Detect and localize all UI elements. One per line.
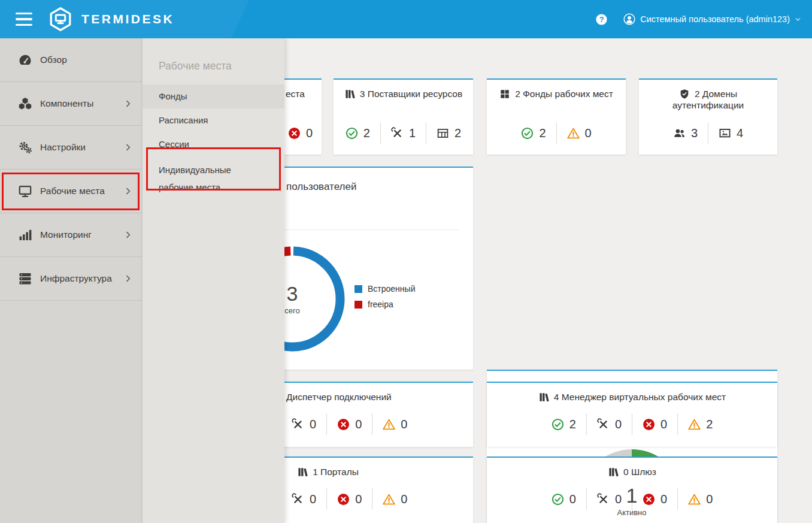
users-icon [673, 127, 686, 140]
card-title: 0 Шлюз [608, 466, 656, 477]
stat-ok: 2 [511, 122, 556, 144]
card-title-fragment: Диспетчер подключений [286, 391, 392, 403]
error-icon [337, 493, 350, 506]
user-menu[interactable]: Системный пользователь (admin123) [623, 13, 801, 25]
settings-icon [18, 140, 32, 155]
warning-icon [688, 493, 701, 506]
error-icon [337, 418, 350, 431]
stat-value: 0 [660, 492, 667, 506]
table-icon [437, 127, 449, 140]
server-icon [18, 271, 32, 286]
stack-icon [608, 467, 619, 477]
warning-icon [688, 418, 701, 431]
brand-mark-icon [48, 7, 73, 32]
stat-maintenance: 0 [288, 413, 326, 435]
sidebar-item-label: Инфраструктура [40, 273, 112, 284]
chart-title-fragment: пользователей [286, 181, 356, 193]
tools-icon [391, 127, 404, 140]
user-icon [623, 13, 635, 25]
sidebar-item-infrastructure[interactable]: Инфраструктура [0, 257, 142, 301]
stat-ok: 2 [335, 122, 380, 144]
card-title-text: 0 Шлюз [623, 467, 656, 477]
stat-card-pools: 2 Фонды рабочих мест 2 0 [487, 78, 626, 155]
tools-icon [292, 493, 304, 506]
legend-label: Встроенный [368, 284, 415, 294]
monitor-icon [18, 184, 32, 198]
app-window: TERMIDESK Системный пользователь (admin1… [0, 0, 812, 523]
stat-maintenance: 1 [380, 122, 426, 144]
donut-value: 1 [617, 485, 646, 507]
donut-label: Активно [617, 508, 646, 517]
submenu-item-pools[interactable]: Фонды [143, 84, 284, 108]
card-title: 4 Менеджер виртуальных рабочих мест [538, 391, 726, 403]
submenu-item-individual-workplaces[interactable]: Индивидуальные рабочие места [143, 156, 284, 203]
stat-value: 1 [409, 126, 416, 140]
brand-logo[interactable]: TERMIDESK [48, 7, 174, 32]
legend-label: freeipa [368, 300, 393, 309]
sidebar-item-label: Рабочие места [40, 186, 105, 196]
sidebar-item-monitoring[interactable]: Мониторинг [0, 213, 142, 257]
stat-value: 2 [539, 126, 546, 140]
stat-warning: 0 [372, 413, 417, 435]
sidebar: Обзор Компоненты Настройки Рабочие места… [0, 38, 142, 523]
stat-value: 2 [363, 126, 370, 140]
sidebar-item-overview[interactable]: Обзор [0, 38, 142, 82]
submenu-item-schedules[interactable]: Расписания [143, 108, 284, 132]
stat-error: 0 [326, 488, 372, 510]
chevron-down-icon [795, 16, 801, 23]
topbar-actions: Системный пользователь (admin123) [595, 13, 801, 26]
stack-icon [538, 392, 549, 403]
sidebar-item-label: Обзор [40, 55, 67, 65]
card-stats: 0 [286, 122, 323, 144]
stat-error: 0 [326, 413, 372, 435]
card-stats: 0 0 0 [288, 413, 417, 435]
stat-value: 0 [310, 492, 316, 506]
stat-value: 2 [706, 418, 713, 431]
help-icon[interactable] [595, 13, 608, 26]
stat-sessions: 4 [708, 122, 753, 144]
warning-icon [567, 127, 580, 140]
warning-icon [383, 418, 395, 431]
card-title-text: 1 Порталы [313, 467, 359, 477]
stat-value: 4 [737, 126, 743, 140]
legend-item: freeipa [355, 300, 415, 309]
card-title: 2 Домены аутентификации [649, 88, 768, 111]
chevron-right-icon [124, 99, 132, 108]
stat-value: 0 [306, 126, 313, 140]
card-title: 2 Фонды рабочих мест [499, 88, 613, 99]
legend-item: Встроенный [355, 284, 415, 294]
tools-icon [597, 418, 610, 431]
chart-legend: Встроенный freeipa [355, 284, 415, 309]
tools-icon [292, 418, 304, 431]
menu-toggle-button[interactable] [16, 13, 34, 26]
sidebar-item-settings[interactable]: Настройки [0, 126, 142, 170]
stat-value: 0 [355, 492, 362, 506]
card-title-text: 2 Фонды рабочих мест [515, 89, 613, 99]
donut-center: 3 сего [284, 283, 299, 315]
brand-text: TERMIDESK [81, 12, 174, 26]
warning-icon [383, 493, 395, 506]
chevron-right-icon [124, 274, 132, 283]
card-stats: 3 4 [663, 122, 753, 144]
sidebar-item-workplaces[interactable]: Рабочие места [0, 170, 142, 213]
ok-icon [346, 127, 358, 140]
sidebar-item-components[interactable]: Компоненты [0, 82, 142, 126]
card-stats: 2 0 0 2 [541, 413, 723, 435]
card-stats: 0 0 0 [288, 488, 417, 510]
submenu-item-sessions[interactable]: Сессии [143, 132, 284, 156]
error-icon [643, 418, 655, 431]
ok-icon [552, 493, 564, 506]
stat-value: 3 [691, 126, 698, 140]
stat-value: 0 [401, 418, 407, 431]
tools-icon [597, 493, 610, 506]
stat-value: 0 [310, 418, 316, 431]
submenu-title: Рабочие места [159, 60, 284, 72]
service-card-vdi-manager: 4 Менеджер виртуальных рабочих мест 2 0 … [487, 382, 777, 447]
sidebar-item-label: Настройки [40, 142, 86, 153]
card-title: 3 Поставщики ресурсов [344, 88, 462, 99]
stat-maintenance: 0 [288, 488, 326, 510]
donut-label-fragment: сего [284, 306, 299, 315]
stat-ok: 2 [541, 413, 586, 435]
stack-icon [344, 89, 355, 99]
stat-warning: 0 [556, 122, 602, 144]
